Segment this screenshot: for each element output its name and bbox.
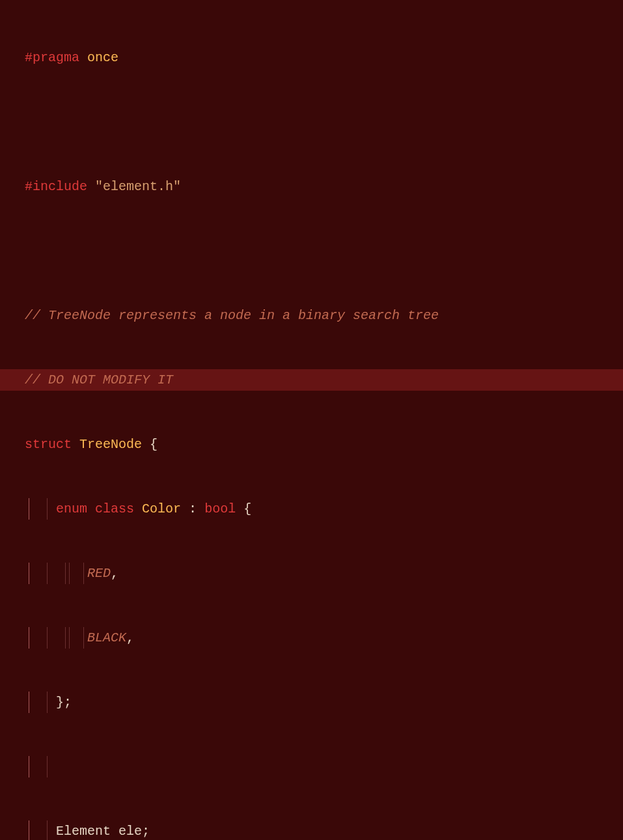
type-name: Color xyxy=(142,501,181,516)
indent-guide xyxy=(65,627,66,649)
string-header: "element.h" xyxy=(95,179,181,194)
comma: , xyxy=(111,566,118,581)
code-line: }; xyxy=(0,692,623,713)
code-line: RED, xyxy=(0,563,623,584)
code-line-highlighted: // DO NOT MODIFY IT xyxy=(0,369,623,391)
code-editor: #pragma once #include "element.h" // Tre… xyxy=(0,0,623,840)
indent-guide xyxy=(29,756,29,777)
code-line: #pragma once xyxy=(0,47,623,68)
code-line: #include "element.h" xyxy=(0,176,623,197)
indent-guide xyxy=(83,563,84,584)
indent-guide xyxy=(29,820,29,840)
keyword-enum: enum xyxy=(56,501,87,516)
brace: { xyxy=(150,437,158,452)
keyword-class: class xyxy=(95,501,134,516)
code-line-blank xyxy=(0,756,623,777)
indent-guide xyxy=(29,563,29,584)
keyword-include: #include xyxy=(25,179,87,194)
code-line: // TreeNode represents a node in a binar… xyxy=(0,305,623,326)
keyword-struct: struct xyxy=(25,437,72,452)
indent-guide xyxy=(47,820,48,840)
indent-guide xyxy=(83,627,84,649)
code-line: struct TreeNode { xyxy=(0,434,623,455)
colon: : xyxy=(189,501,197,516)
enum-value: RED xyxy=(87,566,111,581)
indent-guide xyxy=(47,498,48,520)
code-line: BLACK, xyxy=(0,627,623,649)
enum-value: BLACK xyxy=(87,630,126,645)
code-line-blank xyxy=(0,111,623,133)
comma: , xyxy=(126,630,134,645)
brace: { xyxy=(243,501,251,516)
indent-guide xyxy=(47,692,48,713)
indent-guide xyxy=(47,627,48,649)
indent-guide xyxy=(65,563,66,584)
keyword-bool: bool xyxy=(204,501,236,516)
comment: // DO NOT MODIFY IT xyxy=(25,372,173,387)
indent-guide xyxy=(47,563,48,584)
code-line: enum class Color : bool { xyxy=(0,498,623,520)
keyword-pragma: #pragma xyxy=(25,50,79,65)
code-line-blank xyxy=(0,240,623,262)
indent-guide xyxy=(69,563,70,584)
comment: // TreeNode represents a node in a binar… xyxy=(25,308,439,323)
token-once: once xyxy=(87,50,118,65)
brace-close: }; xyxy=(56,695,72,710)
indent-guide xyxy=(29,627,29,649)
indent-guide xyxy=(69,627,70,649)
type-name: TreeNode xyxy=(79,437,142,452)
indent-guide xyxy=(29,692,29,713)
code-line: Element ele; xyxy=(0,820,623,840)
declaration: Element ele; xyxy=(56,824,150,839)
indent-guide xyxy=(29,498,29,520)
indent-guide xyxy=(47,756,48,777)
